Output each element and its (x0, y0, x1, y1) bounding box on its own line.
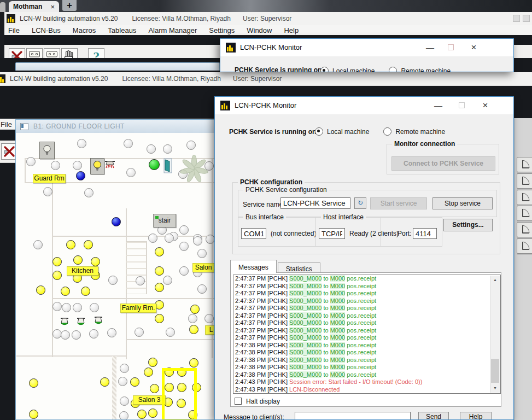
light-on[interactable] (36, 285, 45, 295)
stair-button[interactable]: stair (153, 214, 176, 228)
stop-service-button[interactable]: Stop service (432, 197, 493, 209)
light-off[interactable] (204, 314, 214, 323)
light-on[interactable] (81, 287, 90, 296)
radio-remote-machine[interactable]: Remote machine (383, 127, 445, 136)
light-off[interactable] (107, 328, 116, 337)
browser-tab[interactable]: Mothman × (9, 1, 59, 12)
light-off[interactable] (108, 276, 118, 285)
light-off[interactable] (118, 377, 127, 386)
settings-button[interactable]: Settings... (443, 219, 493, 231)
light-on[interactable] (155, 247, 164, 256)
scrollbar[interactable]: ▲ ▼ (490, 276, 500, 393)
light-on[interactable] (189, 358, 198, 368)
menu-item-window[interactable]: Window (241, 26, 278, 34)
menu-item-settings[interactable]: Settings (203, 26, 241, 34)
light-off[interactable] (188, 314, 197, 323)
menu-item-macros[interactable]: Macros (67, 26, 102, 34)
light-on[interactable] (52, 257, 62, 266)
menu-item-tableaus[interactable]: Tableaus (102, 26, 142, 34)
downlight-green-icon[interactable] (59, 316, 71, 332)
light-on[interactable] (144, 368, 153, 377)
light-on[interactable] (190, 305, 200, 314)
light-off[interactable] (166, 328, 175, 337)
connect-pchk-button[interactable]: Connect to PCHK Service (391, 156, 495, 171)
light-on[interactable] (91, 257, 100, 266)
door-button[interactable] (517, 222, 532, 237)
light-off[interactable] (179, 266, 189, 276)
door-button[interactable] (517, 206, 532, 221)
host-interface-value[interactable] (319, 228, 345, 239)
light-off[interactable] (52, 302, 62, 311)
light-on[interactable] (29, 410, 38, 419)
close-button[interactable]: × (461, 39, 486, 56)
light-green[interactable] (149, 159, 160, 170)
light-on[interactable] (52, 271, 62, 280)
light-off[interactable] (163, 276, 172, 285)
radio-circle[interactable] (315, 127, 323, 136)
light-on[interactable] (148, 409, 157, 418)
tab-messages[interactable]: Messages (230, 260, 277, 273)
light-on[interactable] (130, 377, 139, 387)
menu-item-file[interactable]: File (2, 26, 26, 34)
message-list[interactable]: 2:47:37 PM [PCHK] S000_M000 to M000 pos.… (233, 275, 501, 394)
maximize-button[interactable] (439, 39, 463, 56)
radio-remote-machine[interactable]: Remote machine (389, 67, 451, 72)
service-name-input[interactable] (280, 197, 350, 209)
lamp-on-button-icon[interactable] (90, 158, 104, 174)
light-on[interactable] (61, 287, 70, 296)
light-on[interactable] (29, 378, 38, 388)
scroll-thumb[interactable] (491, 359, 499, 383)
radio-local-machine[interactable]: Local machine (320, 67, 375, 72)
radio-circle[interactable] (383, 127, 391, 136)
light-on[interactable] (84, 240, 93, 249)
lamp-button-icon[interactable] (39, 142, 55, 159)
door-button[interactable] (517, 238, 532, 254)
halt-display-checkbox[interactable] (235, 398, 242, 405)
light-off[interactable] (119, 411, 128, 419)
partial-tab[interactable] (0, 2, 5, 12)
light-off[interactable] (84, 188, 93, 197)
light-on[interactable] (155, 266, 164, 276)
start-service-button[interactable]: Start service (370, 197, 427, 209)
new-tab-button[interactable]: + (62, 0, 77, 11)
light-off[interactable] (197, 249, 207, 258)
minimize-button[interactable]: — (426, 97, 451, 114)
light-off[interactable] (51, 161, 60, 170)
light-off[interactable] (120, 364, 129, 373)
dialog-titlebar[interactable]: LCN-PCHK Monitor — × (215, 97, 513, 114)
light-off[interactable] (124, 139, 133, 148)
light-on[interactable] (150, 384, 159, 393)
door-button[interactable] (517, 173, 532, 189)
port-input[interactable] (413, 228, 437, 239)
send-button[interactable]: Send (418, 412, 449, 420)
light-off[interactable] (73, 161, 82, 170)
radio-circle[interactable] (389, 67, 397, 72)
light-off[interactable] (77, 139, 86, 148)
light-blue[interactable] (76, 171, 85, 180)
light-off[interactable] (62, 303, 71, 312)
refresh-service-button[interactable]: ↻ (354, 197, 366, 209)
scroll-up-icon[interactable]: ▲ (490, 276, 500, 284)
dialog-titlebar[interactable]: LCN-PCHK Monitor — × (220, 39, 513, 56)
maximize-button[interactable] (449, 97, 474, 114)
light-on[interactable] (155, 283, 164, 292)
light-off[interactable] (43, 187, 52, 196)
radio-circle[interactable] (320, 67, 329, 72)
light-off[interactable] (33, 240, 43, 249)
downlight-green-icon[interactable] (92, 315, 104, 331)
light-off[interactable] (135, 328, 144, 337)
light-blue[interactable] (112, 217, 121, 226)
light-on[interactable] (148, 358, 157, 367)
light-off[interactable] (179, 225, 189, 235)
scroll-down-icon[interactable]: ▼ (490, 384, 500, 393)
light-on[interactable] (189, 325, 198, 334)
light-off[interactable] (206, 235, 215, 244)
light-off[interactable] (26, 157, 36, 166)
close-button[interactable]: × (473, 97, 498, 114)
light-off[interactable] (73, 303, 82, 312)
light-off[interactable] (120, 396, 129, 406)
light-off[interactable] (179, 242, 189, 251)
light-off[interactable] (197, 284, 207, 294)
light-off[interactable] (147, 144, 156, 154)
door-button[interactable] (517, 157, 532, 172)
